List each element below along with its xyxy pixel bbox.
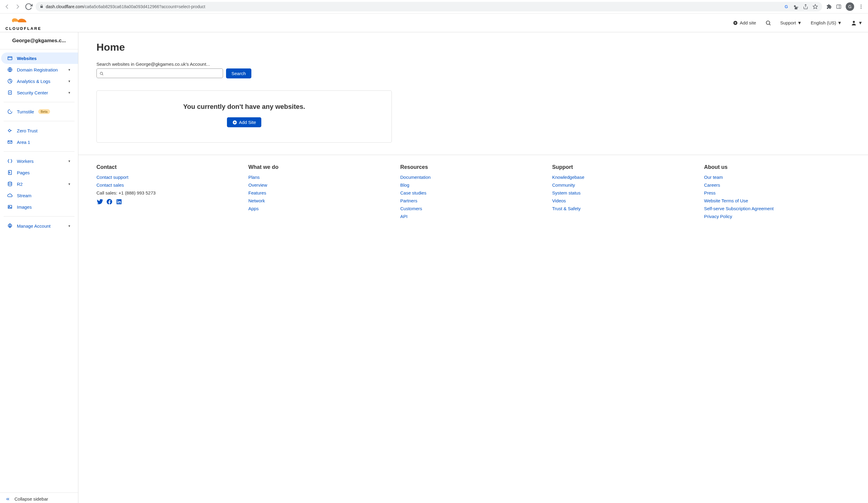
footer-link-features[interactable]: Features <box>248 190 394 195</box>
footer-link-api[interactable]: API <box>400 214 546 219</box>
search-icon[interactable] <box>765 20 771 26</box>
globe-icon <box>7 67 13 72</box>
nav-pages[interactable]: Pages <box>3 167 74 178</box>
account-name[interactable]: George@gkgames.c... <box>0 32 78 50</box>
collapse-icon <box>6 497 10 502</box>
workers-icon <box>7 158 13 164</box>
footer-link-community[interactable]: Community <box>552 183 698 187</box>
extensions-icon[interactable] <box>826 4 832 9</box>
footer-link-trust[interactable]: Trust & Safety <box>552 206 698 211</box>
add-site-button[interactable]: Add Site <box>227 117 262 127</box>
footer: Contact Contact support Contact sales Ca… <box>79 155 868 228</box>
key-icon[interactable] <box>793 4 799 9</box>
plus-circle-icon <box>733 21 738 25</box>
footer-link-privacy[interactable]: Privacy Policy <box>704 214 850 219</box>
footer-link-customers[interactable]: Customers <box>400 206 546 211</box>
pages-icon <box>7 170 13 175</box>
footer-link-contact-sales[interactable]: Contact sales <box>96 183 242 187</box>
chevron-down-icon: ▼ <box>68 160 71 163</box>
footer-link-network[interactable]: Network <box>248 198 394 203</box>
nav-manage-account[interactable]: Manage Account ▼ <box>3 220 74 232</box>
star-icon[interactable] <box>813 4 818 9</box>
svg-marker-1 <box>813 4 818 9</box>
chevron-down-icon: ▼ <box>68 224 71 228</box>
svg-rect-2 <box>837 5 841 9</box>
footer-link-status[interactable]: System status <box>552 190 698 195</box>
footer-link-careers[interactable]: Careers <box>704 183 850 187</box>
footer-link-plans[interactable]: Plans <box>248 175 394 180</box>
cloud-icon <box>7 193 13 198</box>
person-icon <box>851 20 857 26</box>
nav-r2[interactable]: R2 ▼ <box>3 178 74 190</box>
collapse-sidebar[interactable]: Collapse sidebar <box>0 492 78 503</box>
twitter-icon[interactable] <box>96 198 103 205</box>
nav-security-center[interactable]: Security Center ▼ <box>3 87 74 98</box>
nav-stream[interactable]: Stream <box>3 190 74 201</box>
svg-point-8 <box>766 21 770 24</box>
footer-link-videos[interactable]: Videos <box>552 198 698 203</box>
panel-icon[interactable] <box>836 4 841 9</box>
footer-link-press[interactable]: Press <box>704 190 850 195</box>
browser-chrome: dash.cloudflare.com/ca6a5c6ab8293ca618a0… <box>0 0 868 13</box>
share-icon[interactable] <box>803 4 808 9</box>
forward-button[interactable] <box>14 3 22 11</box>
nav-zero-trust[interactable]: Zero Trust <box>3 125 74 136</box>
footer-link-docs[interactable]: Documentation <box>400 175 546 180</box>
svg-point-21 <box>9 225 11 227</box>
footer-link-selfserve[interactable]: Self-serve Subscription Agreement <box>704 206 850 211</box>
address-bar[interactable]: dash.cloudflare.com/ca6a5c6ab8293ca618a0… <box>35 2 822 11</box>
nav-images[interactable]: Images <box>3 201 74 213</box>
footer-link-overview[interactable]: Overview <box>248 183 394 187</box>
back-button[interactable] <box>3 3 11 11</box>
footer-about: About us Our team Careers Press Website … <box>704 164 850 222</box>
envelope-icon <box>7 139 13 145</box>
caret-down-icon: ▼ <box>797 20 802 25</box>
turnstile-icon <box>7 109 13 114</box>
shield-icon <box>7 90 13 95</box>
add-site-link[interactable]: Add site <box>733 20 756 25</box>
caret-down-icon: ▼ <box>837 20 842 25</box>
svg-point-22 <box>100 72 103 74</box>
facebook-icon[interactable] <box>106 198 113 205</box>
nav-turnstile[interactable]: Turnstile Beta <box>3 106 74 117</box>
nav-domain-registration[interactable]: Domain Registration ▼ <box>3 64 74 75</box>
language-dropdown[interactable]: English (US) ▼ <box>811 20 842 25</box>
footer-link-apps[interactable]: Apps <box>248 206 394 211</box>
zero-trust-icon <box>7 128 13 133</box>
footer-link-terms[interactable]: Website Terms of Use <box>704 198 850 203</box>
nav-workers[interactable]: Workers ▼ <box>3 155 74 167</box>
image-icon <box>7 204 13 209</box>
reload-button[interactable] <box>25 3 32 11</box>
search-input[interactable] <box>96 69 223 78</box>
linkedin-icon[interactable] <box>116 198 122 205</box>
footer-link-kb[interactable]: Knowledgebase <box>552 175 698 180</box>
nav-websites[interactable]: Websites <box>1 52 78 64</box>
user-dropdown[interactable]: ▼ <box>851 20 862 26</box>
footer-link-partners[interactable]: Partners <box>400 198 546 203</box>
footer-link-team[interactable]: Our team <box>704 175 850 180</box>
menu-icon[interactable] <box>858 4 864 9</box>
footer-link-case[interactable]: Case studies <box>400 190 546 195</box>
cloudflare-logo[interactable]: CLOUDFLARE <box>6 15 42 30</box>
google-icon[interactable]: G <box>784 4 789 9</box>
search-icon <box>100 71 104 76</box>
footer-contact: Contact Contact support Contact sales Ca… <box>96 164 242 222</box>
support-dropdown[interactable]: Support ▼ <box>780 20 802 25</box>
profile-avatar[interactable]: G <box>846 2 854 11</box>
beta-badge: Beta <box>38 109 50 114</box>
search-label: Search websites in George@gkgames.co.uk'… <box>96 62 392 66</box>
svg-rect-19 <box>8 205 12 209</box>
search-button[interactable]: Search <box>226 69 251 79</box>
nav-area1[interactable]: Area 1 <box>3 136 74 148</box>
websites-icon <box>7 55 13 61</box>
svg-point-4 <box>861 4 862 6</box>
svg-rect-11 <box>8 57 12 60</box>
nav-analytics[interactable]: Analytics & Logs ▼ <box>3 75 74 87</box>
sidebar: George@gkgames.c... Websites Domain Regi… <box>0 32 79 503</box>
footer-link-blog[interactable]: Blog <box>400 183 546 187</box>
footer-link-contact-support[interactable]: Contact support <box>96 175 242 180</box>
svg-point-5 <box>861 6 862 7</box>
cloud-icon <box>6 15 42 26</box>
svg-point-10 <box>853 21 855 23</box>
chevron-down-icon: ▼ <box>68 91 71 94</box>
